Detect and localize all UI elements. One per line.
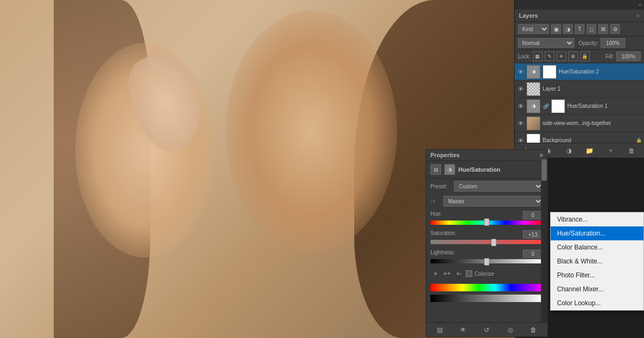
layer-name-hue-sat-1: Hue/Saturation 1 xyxy=(567,103,642,109)
preset-select[interactable]: Custom xyxy=(454,181,543,192)
properties-title: Properties xyxy=(430,152,459,158)
context-menu: Vibrance... Hue/Saturation... Color Bala… xyxy=(550,212,644,311)
pixel-filter-btn[interactable]: ▣ xyxy=(551,24,561,34)
props-trash-btn[interactable]: 🗑 xyxy=(528,324,539,336)
opacity-input[interactable] xyxy=(601,38,625,48)
menu-item-photo-filter[interactable]: Photo Filter... xyxy=(551,268,643,282)
colorize-checkbox[interactable] xyxy=(466,270,472,277)
layer-thumb-layer1 xyxy=(526,82,540,96)
layer-row-hue-sat-1[interactable]: 👁 ◑ 🔗 Hue/Saturation 1 xyxy=(515,98,644,115)
layer-name-hue-sat-2: Hue/Saturation 2 xyxy=(559,69,642,75)
layer-row-layer1[interactable]: 👁 Layer 1 xyxy=(515,80,644,98)
properties-panel: Properties ≡ ▤ ◑ Hue/Saturation Preset: … xyxy=(426,149,548,337)
props-eye-btn[interactable]: 👁 xyxy=(457,324,469,336)
menu-item-channel-mixer[interactable]: Channel Mixer... xyxy=(551,282,643,296)
colorize-label: Colorize xyxy=(474,271,494,277)
properties-panel-header: Properties ≡ xyxy=(426,150,547,161)
blend-mode-row: Normal Opacity: xyxy=(515,36,644,50)
menu-item-color-lookup[interactable]: Color Lookup... xyxy=(551,296,643,310)
type-filter-btn[interactable]: T xyxy=(575,24,584,34)
saturation-slider-thumb[interactable] xyxy=(491,239,496,246)
layers-panel-header: Layers ≡ xyxy=(515,10,644,22)
properties-bottom-bar: ▤ 👁 ↺ ◎ 🗑 xyxy=(426,322,547,336)
kind-select[interactable]: Kind xyxy=(518,24,549,34)
props-layer-name: Hue/Saturation xyxy=(458,166,500,173)
color-ramp-top xyxy=(430,284,543,291)
lightness-slider-row: Lightness: xyxy=(426,247,547,267)
props-layer-type-row: ▤ ◑ Hue/Saturation xyxy=(426,161,547,179)
fill-label: Fill: xyxy=(605,54,614,60)
props-layer-view-icon[interactable]: ▤ xyxy=(430,164,441,175)
lock-transparent-btn[interactable]: ▦ xyxy=(533,52,543,61)
fill-input[interactable] xyxy=(616,52,641,61)
layer-eye-hue-sat-1[interactable]: 👁 xyxy=(517,102,524,110)
hue-slider-track[interactable] xyxy=(430,221,543,226)
eyedropper-btn-1[interactable]: ⌖ xyxy=(430,269,440,278)
layer-new-group-button[interactable]: 📁 xyxy=(584,145,596,157)
colorize-row: ⌖ ⌖+ ⌖- Colorize xyxy=(426,267,547,281)
lock-all-btn[interactable]: 🔒 xyxy=(580,52,590,61)
layer-new-button[interactable]: ＋ xyxy=(605,145,617,157)
props-mask-btn[interactable]: ▤ xyxy=(434,324,446,336)
hue-value[interactable] xyxy=(523,211,543,219)
background-lock-icon: 🔒 xyxy=(636,138,642,143)
hand-tool-icon[interactable]: ☞ xyxy=(430,197,440,205)
menu-item-black-white[interactable]: Black & White... xyxy=(551,254,643,268)
saturation-label: Saturation: xyxy=(430,230,456,239)
layer-row-photo[interactable]: 👁 side-view-wom...ing-together xyxy=(515,115,644,132)
layer-delete-button[interactable]: 🗑 xyxy=(626,145,638,157)
menu-item-vibrance[interactable]: Vibrance... xyxy=(551,212,643,226)
eyedropper-btn-2[interactable]: ⌖+ xyxy=(442,269,452,278)
preset-label: Preset: xyxy=(430,183,451,189)
layer-eye-layer1[interactable]: 👁 xyxy=(517,85,524,93)
opacity-label: Opacity: xyxy=(579,40,598,46)
layer-name-photo: side-view-wom...ing-together xyxy=(543,120,642,126)
layer-mask-hue-sat-1 xyxy=(551,99,565,113)
layer-name-layer1: Layer 1 xyxy=(543,86,642,92)
lightness-slider-track[interactable] xyxy=(430,259,543,264)
collapse-arrow-left[interactable]: « xyxy=(638,2,642,8)
layer-thumb-photo xyxy=(526,116,540,130)
lock-fill-row: Lock: ▦ ✎ ✛ ⊞ 🔒 Fill: xyxy=(515,50,644,63)
master-row: ☞ Master xyxy=(426,194,547,209)
props-visibility-btn[interactable]: ◎ xyxy=(504,324,516,336)
smart-filter-btn[interactable]: ⌘ xyxy=(598,24,608,34)
layers-kind-row: Kind ▣ ◑ T ◻ ⌘ ⚙ xyxy=(515,22,644,36)
hue-slider-row: Hue: xyxy=(426,209,547,228)
saturation-slider-row: Saturation: xyxy=(426,228,547,247)
menu-item-color-balance[interactable]: Color Balance... xyxy=(551,240,643,254)
lightness-slider-thumb[interactable] xyxy=(484,258,489,266)
layer-eye-hue-sat-2[interactable]: 👁 xyxy=(517,68,524,76)
color-ramp-bottom xyxy=(430,295,543,302)
master-select[interactable]: Master xyxy=(443,196,543,207)
shape-filter-btn[interactable]: ◻ xyxy=(587,24,596,34)
blend-mode-select[interactable]: Normal xyxy=(518,38,574,48)
hue-slider-thumb[interactable] xyxy=(484,218,489,226)
props-layer-thumb-icon[interactable]: ◑ xyxy=(444,164,455,175)
properties-menu[interactable]: ≡ xyxy=(540,152,543,158)
layer-adjustment-button[interactable]: ◑ xyxy=(563,145,575,157)
menu-item-hue-saturation[interactable]: Hue/Saturation... xyxy=(551,226,643,240)
layer-thumb-hue-sat-1: ◑ xyxy=(526,99,540,113)
lock-label: Lock: xyxy=(518,54,531,60)
lock-artboard-btn[interactable]: ⊞ xyxy=(568,52,578,61)
lightness-label: Lightness: xyxy=(430,249,455,258)
layers-panel-menu[interactable]: ≡ xyxy=(636,13,640,19)
properties-scrollbar-thumb[interactable] xyxy=(541,159,547,181)
adjustment-filter-btn[interactable]: ◑ xyxy=(563,24,573,34)
layer-row-hue-sat-2[interactable]: 👁 ◑ Hue/Saturation 2 xyxy=(515,63,644,80)
layer-eye-photo[interactable]: 👁 xyxy=(517,120,524,127)
properties-scrollbar[interactable] xyxy=(541,159,547,322)
props-history-btn[interactable]: ↺ xyxy=(481,324,493,336)
more-filter-btn[interactable]: ⚙ xyxy=(610,24,620,34)
eyedropper-btn-3[interactable]: ⌖- xyxy=(454,269,464,278)
lock-image-btn[interactable]: ✎ xyxy=(545,52,554,61)
lock-move-btn[interactable]: ✛ xyxy=(557,52,566,61)
layers-panel: « Layers ≡ Kind ▣ ◑ T ◻ ⌘ ⚙ Normal Opaci… xyxy=(514,0,644,158)
layer-thumb-hue-sat-2: ◑ xyxy=(526,65,540,79)
saturation-slider-track[interactable] xyxy=(430,240,543,245)
lightness-value[interactable] xyxy=(523,249,543,258)
layers-panel-title: Layers xyxy=(519,12,538,19)
saturation-value[interactable] xyxy=(523,230,543,239)
preset-row: Preset: Custom xyxy=(426,179,547,194)
